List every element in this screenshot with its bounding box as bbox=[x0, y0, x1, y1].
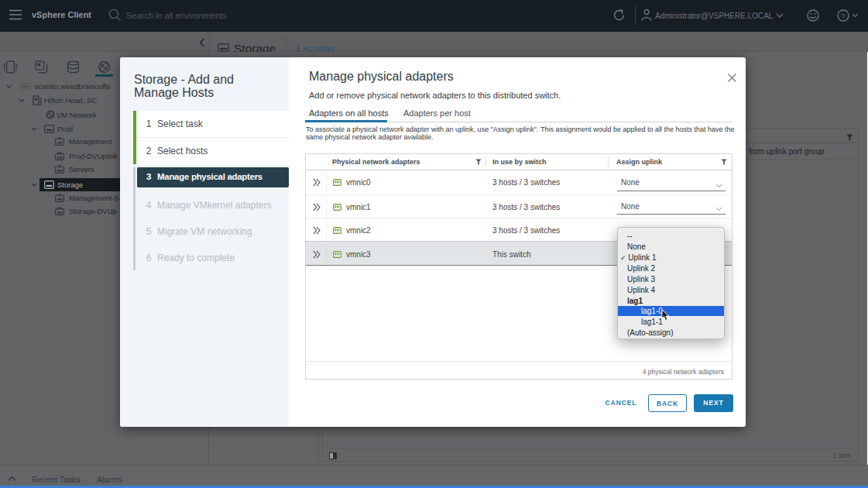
svg-text:?: ? bbox=[841, 12, 845, 20]
